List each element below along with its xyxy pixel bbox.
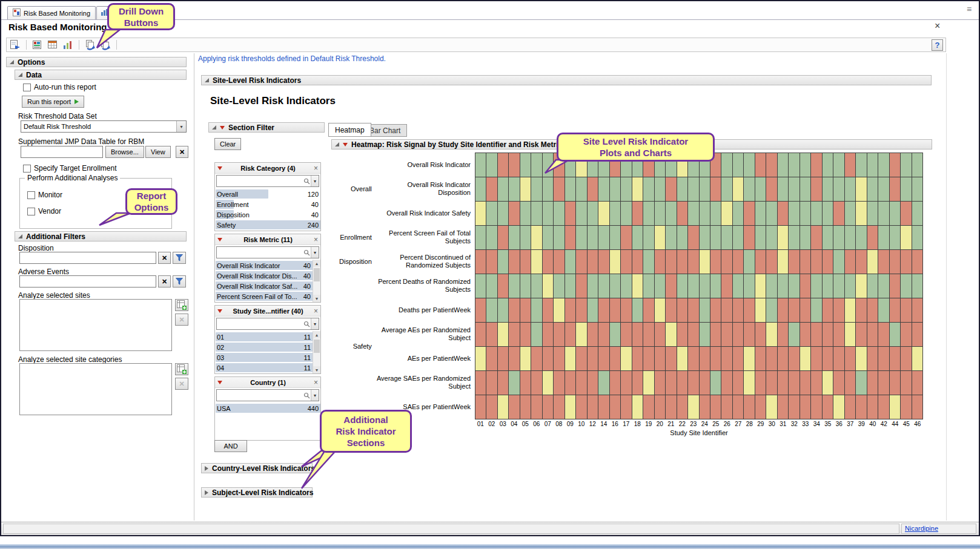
heatmap-cell[interactable] — [700, 347, 710, 371]
heatmap-cell[interactable] — [576, 347, 587, 371]
heatmap-cell[interactable] — [655, 298, 666, 323]
data-table-icon[interactable] — [47, 39, 59, 51]
graph-builder-icon[interactable] — [62, 39, 74, 51]
heatmap-cell[interactable] — [789, 202, 800, 226]
heatmap-cell[interactable] — [778, 274, 789, 298]
add-sites-table-icon[interactable] — [175, 299, 188, 311]
heatmap-cell[interactable] — [845, 395, 856, 419]
red-triangle-menu-icon[interactable] — [217, 381, 222, 384]
heatmap-cell[interactable] — [565, 226, 576, 250]
heatmap-cell[interactable] — [520, 298, 531, 323]
heatmap-cell[interactable] — [744, 202, 755, 226]
heatmap-cell[interactable] — [811, 202, 822, 226]
auto-run-checkbox-row[interactable]: Auto-run this report — [23, 83, 96, 91]
heatmap-cell[interactable] — [666, 298, 677, 323]
heatmap-cell[interactable] — [890, 153, 901, 177]
heatmap-cell[interactable] — [867, 371, 878, 395]
heatmap-cell[interactable] — [531, 274, 542, 298]
heatmap-cell[interactable] — [576, 298, 587, 323]
heatmap-cell[interactable] — [621, 274, 632, 298]
heatmap-cell[interactable] — [610, 226, 621, 250]
heatmap-cell[interactable] — [878, 226, 889, 250]
heatmap-cell[interactable] — [475, 202, 486, 226]
heatmap-cell[interactable] — [800, 177, 811, 202]
heatmap-cell[interactable] — [632, 395, 643, 419]
heatmap-cell[interactable] — [823, 298, 833, 323]
heatmap-cell[interactable] — [766, 347, 777, 371]
heatmap-cell[interactable] — [833, 202, 844, 226]
heatmap-cell[interactable] — [677, 323, 688, 347]
heatmap-cell[interactable] — [733, 395, 744, 419]
heatmap-cell[interactable] — [565, 274, 576, 298]
heatmap-cell[interactable] — [766, 395, 777, 419]
heatmap-cell[interactable] — [498, 274, 509, 298]
heatmap-cell[interactable] — [878, 202, 889, 226]
heatmap-cell[interactable] — [486, 226, 497, 250]
clear-adverse-events-button[interactable]: ✕ — [158, 275, 171, 288]
heatmap-cell[interactable] — [845, 298, 856, 323]
heatmap-cell[interactable] — [778, 395, 789, 419]
heatmap-cell[interactable] — [912, 274, 923, 298]
heatmap-cell[interactable] — [498, 202, 509, 226]
heatmap-cell[interactable] — [588, 202, 598, 226]
heatmap-cell[interactable] — [710, 347, 721, 371]
heatmap-cell[interactable] — [878, 274, 889, 298]
heatmap-cell[interactable] — [744, 177, 755, 202]
heatmap-cell[interactable] — [890, 177, 901, 202]
heatmap-cell[interactable] — [901, 347, 912, 371]
heatmap-cell[interactable] — [576, 250, 587, 274]
heatmap-cell[interactable] — [486, 177, 497, 202]
heatmap-cell[interactable] — [588, 298, 598, 323]
heatmap-cell[interactable] — [509, 202, 520, 226]
heatmap-cell[interactable] — [632, 202, 643, 226]
heatmap-cell[interactable] — [621, 250, 632, 274]
heatmap-cell[interactable] — [823, 274, 833, 298]
heatmap-cell[interactable] — [666, 250, 677, 274]
heatmap-cell[interactable] — [655, 177, 666, 202]
heatmap-cell[interactable] — [778, 323, 789, 347]
heatmap-cell[interactable] — [554, 347, 564, 371]
heatmap-cell[interactable] — [621, 226, 632, 250]
heatmap-cell[interactable] — [509, 371, 520, 395]
heatmap-cell[interactable] — [912, 347, 923, 371]
heatmap-cell[interactable] — [655, 250, 666, 274]
heatmap-cell[interactable] — [621, 371, 632, 395]
heatmap-cell[interactable] — [610, 250, 621, 274]
heatmap-cell[interactable] — [778, 153, 789, 177]
remove-filter-icon[interactable]: × — [314, 165, 318, 172]
filter-search-input[interactable] — [217, 176, 302, 186]
heatmap-cell[interactable] — [677, 395, 688, 419]
heatmap-cell[interactable] — [677, 202, 688, 226]
dataset-link[interactable]: Nicardipine — [905, 525, 938, 532]
heatmap-cell[interactable] — [643, 226, 654, 250]
close-icon[interactable]: × — [935, 21, 940, 31]
heatmap-cell[interactable] — [789, 371, 800, 395]
heatmap-cell[interactable] — [475, 395, 486, 419]
heatmap-cell[interactable] — [845, 347, 856, 371]
help-icon[interactable]: ? — [932, 39, 943, 51]
heatmap-cell[interactable] — [531, 226, 542, 250]
heatmap-cell[interactable] — [890, 202, 901, 226]
heatmap-cell[interactable] — [632, 371, 643, 395]
heatmap-cell[interactable] — [475, 371, 486, 395]
heatmap-cell[interactable] — [486, 153, 497, 177]
heatmap-cell[interactable] — [565, 323, 576, 347]
heatmap-cell[interactable] — [610, 395, 621, 419]
red-triangle-menu-icon[interactable] — [343, 143, 348, 146]
heatmap-cell[interactable] — [475, 153, 486, 177]
heatmap-cell[interactable] — [778, 250, 789, 274]
heatmap-cell[interactable] — [677, 347, 688, 371]
heatmap-cell[interactable] — [677, 371, 688, 395]
app-tab-risk-based-monitoring[interactable]: Risk Based Monitoring — [7, 6, 96, 19]
heatmap-cell[interactable] — [766, 153, 777, 177]
heatmap-cell[interactable] — [632, 274, 643, 298]
heatmap-cell[interactable] — [845, 153, 856, 177]
heatmap-cell[interactable] — [789, 298, 800, 323]
heatmap-cell[interactable] — [733, 323, 744, 347]
heatmap-cell[interactable] — [643, 298, 654, 323]
red-triangle-menu-icon[interactable] — [217, 238, 222, 242]
heatmap-cell[interactable] — [554, 323, 564, 347]
heatmap-cell[interactable] — [755, 274, 766, 298]
heatmap-cell[interactable] — [531, 250, 542, 274]
heatmap-cell[interactable] — [833, 153, 844, 177]
